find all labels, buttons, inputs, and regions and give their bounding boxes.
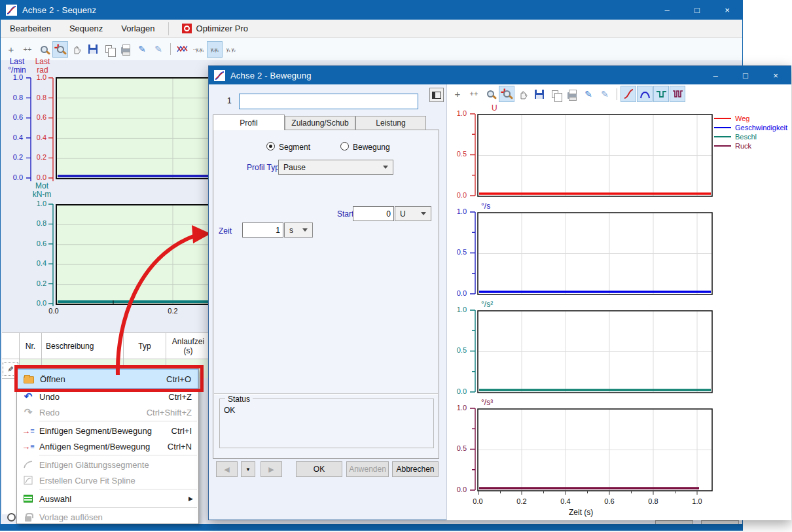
nav-next-button[interactable]: ▶ bbox=[261, 461, 282, 477]
chartB-axis bbox=[39, 202, 57, 308]
stacked-axes-icon[interactable]: y₂y₁ bbox=[207, 41, 223, 58]
chart4-plot[interactable] bbox=[477, 408, 713, 498]
chart4-ytick: 0.0 bbox=[450, 486, 467, 493]
optimizer-pro-label: Optimizer Pro bbox=[196, 24, 248, 33]
tracking-crosshair-icon[interactable]: ++ bbox=[20, 41, 35, 58]
annotate-pencil-icon[interactable]: ✎ bbox=[151, 41, 166, 58]
chevron-down-icon bbox=[302, 228, 308, 232]
save-icon[interactable] bbox=[531, 86, 547, 102]
tracking-crosshair-icon[interactable]: ++ bbox=[466, 86, 482, 102]
zeit-unit-select[interactable]: s bbox=[284, 222, 313, 238]
nav-dropdown-button[interactable]: ▼ bbox=[241, 461, 255, 477]
cursor-crosshair-icon[interactable]: + bbox=[3, 41, 19, 58]
chartA-left-scale-header: Last°/min bbox=[3, 58, 31, 75]
toggle-weg-icon[interactable] bbox=[621, 86, 636, 102]
chartB-ytick: 0.8 bbox=[24, 219, 46, 227]
profil-typ-label: Profil Typ bbox=[247, 163, 279, 172]
menu-item-glaettungssegmente[interactable]: Einfügen Glättungssegmente bbox=[17, 457, 198, 472]
lock-icon bbox=[25, 516, 31, 522]
zeit-label: Zeit bbox=[219, 226, 232, 236]
strip-axes-icon[interactable]: y₁ y₂ bbox=[223, 41, 239, 58]
bewegung-name-input[interactable] bbox=[239, 94, 418, 109]
print-icon[interactable] bbox=[564, 86, 580, 102]
plots-pane: + ++ ✛ ✎ ✎ U 1.0 0.5 0.0 bbox=[448, 84, 791, 520]
chartA-plot[interactable] bbox=[56, 77, 210, 179]
chevron-down-icon bbox=[421, 212, 426, 215]
copy-icon[interactable] bbox=[101, 41, 117, 58]
tab-leistung[interactable]: Leistung bbox=[355, 116, 426, 130]
nav-prev-button[interactable]: ◀ bbox=[216, 461, 238, 477]
abbrechen-button[interactable]: Abbrechen bbox=[392, 461, 439, 477]
chart1-plot[interactable] bbox=[477, 114, 713, 197]
chart1-ytick: 0.5 bbox=[450, 150, 467, 158]
dialog-close-icon[interactable]: × bbox=[761, 66, 791, 84]
annotation-arrow bbox=[98, 216, 216, 376]
menu-item-anfuegen-segment[interactable]: →≡ Anfügen Segment/Bewegung Ctrl+N bbox=[17, 438, 198, 454]
chartB-ytick: 0.6 bbox=[24, 239, 46, 247]
dialog-window: Achse 2 - Bewegung – □ × 1 Profil Zuladu… bbox=[208, 65, 791, 520]
radio-segment[interactable] bbox=[266, 142, 275, 151]
x-axis-tick: 0.6 bbox=[598, 497, 621, 505]
cursor-crosshair-icon[interactable]: + bbox=[450, 86, 465, 102]
menu-item-vorlage-aufloesen[interactable]: Vorlage auflösen bbox=[17, 509, 198, 525]
toggle-geschwindigkeit-icon[interactable] bbox=[637, 86, 653, 102]
start-input[interactable] bbox=[353, 206, 394, 221]
menu-item-einfuegen-segment[interactable]: →≡ Einfügen Segment/Bewegung Ctrl+I bbox=[17, 423, 198, 438]
dialog-title: Achse 2 - Bewegung bbox=[230, 71, 312, 80]
dialog-maximize-icon[interactable]: □ bbox=[730, 66, 761, 84]
pan-hand-icon[interactable] bbox=[69, 41, 84, 58]
chart2-unit-label: °/s bbox=[481, 202, 490, 211]
profil-typ-select[interactable]: Pause bbox=[278, 160, 393, 175]
menu-item-curve-fit-spline[interactable]: Erstellen Curve Fit Spline bbox=[17, 472, 198, 488]
menu-item-auswahl[interactable]: Auswahl ▶ bbox=[17, 491, 198, 506]
x-axis-tick: 1.0 bbox=[686, 497, 708, 505]
chartA-ytick: 1.0 bbox=[1, 73, 23, 81]
zeit-input[interactable] bbox=[242, 222, 283, 238]
maximize-icon[interactable]: □ bbox=[682, 0, 712, 20]
copy-icon[interactable] bbox=[548, 86, 564, 102]
print-icon[interactable] bbox=[118, 41, 134, 58]
start-unit-select[interactable]: U bbox=[395, 206, 431, 221]
chart3-ytick: 1.0 bbox=[450, 306, 467, 313]
toggle-beschl-icon[interactable] bbox=[653, 86, 669, 102]
tab-zuladung-schub[interactable]: Zuladung/Schub bbox=[285, 116, 355, 130]
chart2-plot[interactable] bbox=[477, 212, 713, 295]
zoom-box-icon[interactable]: ✛ bbox=[52, 41, 68, 58]
radio-bewegung[interactable] bbox=[340, 142, 349, 151]
menu-bearbeiten[interactable]: Bearbeiten bbox=[1, 20, 60, 37]
zoom-icon[interactable] bbox=[36, 41, 52, 58]
annotate-pencil-icon[interactable]: ✎ bbox=[597, 86, 613, 102]
zoom-icon[interactable] bbox=[482, 86, 498, 102]
dialog-titlebar: Achse 2 - Bewegung – □ × bbox=[209, 66, 791, 84]
ok-button[interactable]: OK bbox=[296, 461, 342, 477]
scatter-plot-icon[interactable] bbox=[174, 41, 190, 58]
x-axis-tick: 0.8 bbox=[642, 497, 664, 505]
edit-pencil-icon[interactable]: ✎ bbox=[581, 86, 596, 102]
radio-bottom-left[interactable] bbox=[7, 513, 16, 522]
main-titlebar: Achse 2 - Sequenz – □ × bbox=[1, 0, 742, 20]
menu-item-redo[interactable]: ↷ Redo Ctrl+Shift+Z bbox=[17, 404, 198, 420]
close-icon[interactable]: × bbox=[712, 0, 742, 20]
save-icon[interactable] bbox=[85, 41, 101, 58]
x-axis-title: Zeit (s) bbox=[569, 508, 593, 517]
legend-line-weg bbox=[714, 118, 731, 119]
dialog-app-icon bbox=[214, 70, 225, 81]
chart3-plot[interactable] bbox=[477, 310, 713, 393]
zoom-box-icon[interactable]: ✛ bbox=[499, 86, 514, 102]
chartA-ytick2: 0.4 bbox=[26, 133, 46, 141]
toggle-ruck-icon[interactable] bbox=[670, 86, 685, 102]
menu-vorlagen[interactable]: Vorlagen bbox=[112, 20, 164, 37]
anwenden-button[interactable]: Anwenden bbox=[346, 461, 389, 477]
minimize-icon[interactable]: – bbox=[652, 0, 682, 20]
edit-pencil-icon[interactable]: ✎ bbox=[134, 41, 150, 58]
tab-profil[interactable]: Profil bbox=[213, 115, 285, 130]
menu-sequenz[interactable]: Sequenz bbox=[60, 20, 112, 37]
radio-segment-label: Segment bbox=[279, 143, 310, 152]
overlay-axes-icon[interactable]: ··y₂y₁ bbox=[190, 41, 206, 58]
menu-optimizer-pro[interactable]: Optimizer Pro bbox=[173, 20, 257, 37]
append-segment-icon: →≡ bbox=[17, 442, 39, 452]
pan-hand-icon[interactable] bbox=[515, 86, 531, 102]
dialog-minimize-icon[interactable]: – bbox=[700, 66, 730, 84]
split-view-button[interactable] bbox=[429, 88, 444, 102]
chart4-ytick: 0.5 bbox=[450, 444, 467, 452]
